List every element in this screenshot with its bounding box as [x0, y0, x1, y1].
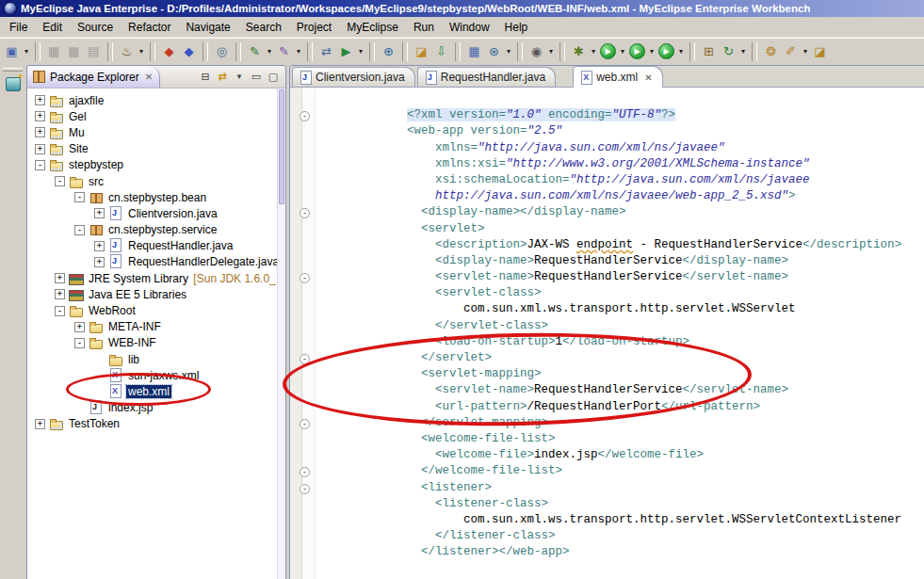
- run-history-dropdown[interactable]: ▾: [647, 43, 657, 60]
- code-line[interactable]: </listener></web-app>: [316, 528, 924, 544]
- run-dropdown[interactable]: ▾: [618, 43, 627, 60]
- tree-item-lib[interactable]: lib: [27, 351, 285, 367]
- expand-toggle-icon[interactable]: -: [55, 176, 65, 186]
- close-view-icon[interactable]: ✕: [145, 72, 153, 82]
- new-java-module-icon[interactable]: ◆: [179, 42, 199, 61]
- fold-marker-icon[interactable]: -: [300, 354, 310, 364]
- fold-marker-icon[interactable]: -: [300, 419, 310, 429]
- expand-toggle-icon[interactable]: +: [55, 273, 65, 283]
- link-with-editor-icon[interactable]: ⇄: [214, 71, 231, 83]
- tree-item-stepbystep[interactable]: - stepbystep: [27, 157, 285, 173]
- expand-toggle-icon[interactable]: +: [35, 111, 45, 121]
- open-type-icon[interactable]: ❂: [761, 42, 781, 61]
- search-brush-icon[interactable]: ✐: [781, 42, 801, 61]
- web-2-0-badge-icon[interactable]: ◎: [212, 42, 232, 61]
- explorer-scrollbar[interactable]: [277, 88, 285, 579]
- expand-toggle-icon[interactable]: +: [94, 241, 105, 251]
- code-line[interactable]: com.sun.xml.ws.transport.http.servlet.WS…: [316, 496, 924, 512]
- expand-toggle-icon[interactable]: -: [74, 192, 85, 202]
- folding-ruler[interactable]: [302, 88, 316, 579]
- tree-item-mu[interactable]: + Mu: [27, 124, 285, 140]
- code-line[interactable]: - <listener-class>: [316, 480, 924, 496]
- tree-item-web-inf[interactable]: - WEB-INF: [27, 335, 285, 351]
- refresh-dropdown[interactable]: ▾: [738, 43, 748, 60]
- menu-project[interactable]: Project: [289, 19, 339, 36]
- tree-item-ajaxfile[interactable]: + ajaxfile: [27, 92, 285, 108]
- code-line[interactable]: xmlns="http://java.sun.com/xml/ns/javaee…: [316, 123, 924, 139]
- expand-toggle-icon[interactable]: -: [74, 338, 85, 348]
- code-line[interactable]: com.sun.xml.ws.transport.http.servlet.WS…: [316, 285, 924, 301]
- code-area[interactable]: <?xml version="1.0" encoding="UTF-8"?> -…: [316, 91, 924, 544]
- run-on-server-dropdown[interactable]: ▾: [356, 43, 365, 60]
- new-class-dropdown[interactable]: ▾: [265, 43, 274, 60]
- tree-item-webroot[interactable]: - WebRoot: [27, 302, 285, 318]
- tab-requesthandler-java[interactable]: RequestHandler.java: [417, 67, 556, 87]
- expand-toggle-icon[interactable]: +: [74, 322, 85, 332]
- browse-report-dropdown[interactable]: ▾: [504, 43, 513, 60]
- tree-item-java-ee-5-libraries[interactable]: + Java EE 5 Libraries: [27, 286, 285, 302]
- new-interface-dropdown[interactable]: ▾: [294, 43, 303, 60]
- maximize-view-icon[interactable]: ▢: [265, 71, 282, 83]
- menu-file[interactable]: File: [2, 19, 35, 36]
- tree-item-requesthandler-java[interactable]: + RequestHandler.java: [27, 238, 285, 254]
- code-line[interactable]: <?xml version="1.0" encoding="UTF-8"?>: [316, 91, 924, 107]
- menu-navigate[interactable]: Navigate: [178, 19, 237, 36]
- collapse-all-icon[interactable]: ⊟: [197, 71, 214, 83]
- menu-source[interactable]: Source: [70, 19, 121, 36]
- browse-report-icon[interactable]: ⊛: [484, 42, 504, 61]
- code-line[interactable]: xsi:schemaLocation="http://java.sun.com/…: [316, 156, 924, 172]
- snapshot-icon[interactable]: ◉: [527, 42, 546, 61]
- expand-toggle-icon[interactable]: -: [74, 225, 85, 235]
- tree-item-cn-stepbystep-bean[interactable]: - cn.stepbystep.bean: [27, 189, 285, 205]
- new-web-service-project-icon[interactable]: ♨: [117, 42, 137, 61]
- code-line[interactable]: http://java.sun.com/xml/ns/javaee/web-ap…: [316, 172, 924, 188]
- tree-item-clientversion-java[interactable]: + Clientversion.java: [27, 205, 285, 221]
- expand-toggle-icon[interactable]: +: [35, 95, 45, 105]
- minimized-view-icon[interactable]: [6, 77, 21, 91]
- tab-web-xml[interactable]: web.xml ✕: [573, 66, 662, 88]
- profile-dropdown[interactable]: ▾: [676, 43, 686, 60]
- annotation-ruler[interactable]: [290, 88, 302, 579]
- snapshot-dropdown[interactable]: ▾: [546, 43, 556, 60]
- new-enterprise-module-icon[interactable]: ◆: [159, 42, 179, 61]
- code-line[interactable]: <servlet-name>RequestHandlerService</ser…: [316, 253, 924, 269]
- menu-help[interactable]: Help: [497, 19, 536, 36]
- menu-edit[interactable]: Edit: [35, 19, 70, 36]
- new-wizard-dropdown[interactable]: ▾: [22, 43, 31, 60]
- code-line[interactable]: <welcome-file>index.jsp</welcome-file>: [316, 431, 924, 447]
- code-line[interactable]: -<web-app version="2.5": [316, 107, 924, 123]
- menu-refactor[interactable]: Refactor: [121, 19, 178, 36]
- new-class-icon[interactable]: ✎: [245, 42, 265, 61]
- fold-marker-icon[interactable]: -: [300, 273, 310, 283]
- code-line[interactable]: </listener-class>: [316, 512, 924, 528]
- debug-dropdown[interactable]: ▾: [589, 43, 598, 60]
- tree-item-index-jsp[interactable]: index.jsp: [27, 400, 285, 416]
- code-line[interactable]: </servlet>: [316, 334, 924, 350]
- menu-search[interactable]: Search: [238, 19, 289, 36]
- run-on-server-icon[interactable]: ▶: [336, 42, 356, 61]
- code-line[interactable]: - <servlet-mapping>: [316, 350, 924, 366]
- expand-toggle-icon[interactable]: -: [35, 160, 45, 170]
- fold-marker-icon[interactable]: -: [300, 484, 310, 494]
- expand-toggle-icon[interactable]: -: [55, 306, 65, 316]
- expand-toggle-icon[interactable]: +: [35, 127, 45, 137]
- open-resource-icon[interactable]: ◪: [810, 42, 830, 61]
- web-browser-icon[interactable]: ⊕: [379, 42, 398, 61]
- new-project-dropdown[interactable]: ▾: [137, 43, 146, 60]
- run-history-icon[interactable]: ▶: [629, 43, 645, 59]
- new-report-icon[interactable]: ▦: [464, 42, 484, 61]
- new-interface-icon[interactable]: ✎: [274, 42, 294, 61]
- menu-run[interactable]: Run: [406, 19, 442, 36]
- menu-myeclipse[interactable]: MyEclipse: [339, 19, 406, 36]
- view-menu-icon[interactable]: ▼: [231, 72, 248, 81]
- code-line[interactable]: - <servlet>: [316, 204, 924, 220]
- menu-window[interactable]: Window: [442, 19, 497, 36]
- expand-toggle-icon[interactable]: +: [94, 257, 105, 267]
- tree-item-cn-stepbystep-service[interactable]: - cn.stepbystep.service: [27, 222, 285, 238]
- code-line[interactable]: <display-name></display-name>: [316, 188, 924, 204]
- code-line[interactable]: - <welcome-file-list>: [316, 415, 924, 431]
- refresh-icon[interactable]: ↻: [719, 42, 738, 61]
- code-line[interactable]: <display-name>RequestHandlerService</dis…: [316, 237, 924, 253]
- tree-item-gel[interactable]: + Gel: [27, 108, 285, 124]
- tree-item-site[interactable]: + Site: [27, 141, 285, 157]
